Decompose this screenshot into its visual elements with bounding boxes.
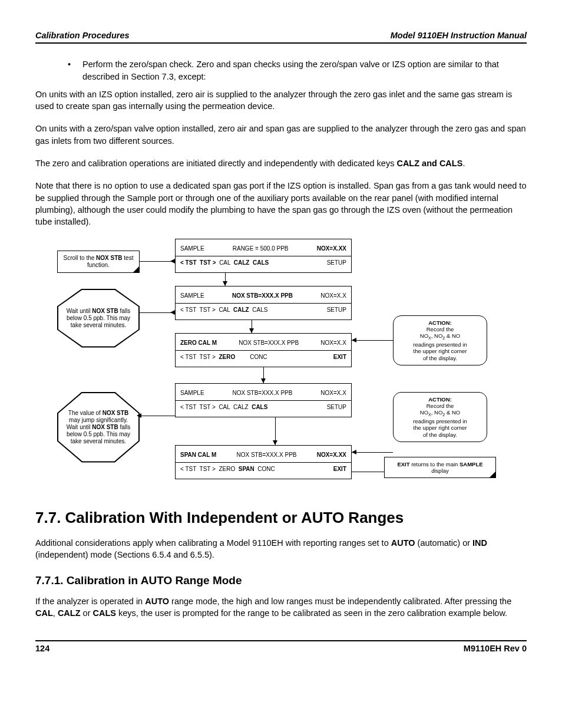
flow-wait-octagon-2: The value of NOX STB may jump significan…: [57, 392, 140, 463]
flow-action-box-2: ACTION: Record theNOX, NO2 & NOreadings …: [393, 392, 487, 442]
paragraph: Additional considerations apply when cal…: [35, 537, 527, 561]
paragraph: If the analyzer is operated in AUTO rang…: [35, 595, 527, 620]
flow-exit-note: EXIT returns to the main SAMPLE display: [384, 457, 496, 479]
header-right: Model 9110EH Instruction Manual: [391, 29, 527, 41]
header-left: Calibration Procedures: [35, 29, 130, 41]
doc-revision: M9110EH Rev 0: [464, 643, 527, 654]
section-heading-771: 7.7.1. Calibration in AUTO Range Mode: [35, 573, 527, 589]
flow-screen-5: SPAN CAL M NOX STB=XXX.X PPB NOX=X.XX < …: [175, 445, 352, 479]
paragraph: On units with an IZS option installed, z…: [35, 88, 527, 113]
bullet-dot: •: [68, 58, 82, 83]
flow-action-box-1: ACTION: Record theNOX, NO2 & NOreadings …: [393, 315, 487, 365]
page-number: 124: [35, 643, 49, 654]
calibration-flowchart: Scroll to the NOX STB test function. Wai…: [57, 239, 505, 486]
flow-screen-4: SAMPLE NOX STB=XXX.X PPB NOX=X.X < TST T…: [175, 383, 352, 417]
section-heading-77: 7.7. Calibration With Independent or AUT…: [35, 507, 527, 528]
paragraph: Note that there is no option to use a de…: [35, 180, 527, 228]
flow-screen-1: SAMPLE RANGE = 500.0 PPB NOX=X.XX < TST …: [175, 239, 352, 273]
page-header: Calibration Procedures Model 9110EH Inst…: [35, 29, 527, 44]
bullet-item: • Perform the zero/span check. Zero and …: [68, 58, 527, 83]
paragraph: On units with a zero/span valve option i…: [35, 123, 527, 147]
page-footer: 124 M9110EH Rev 0: [35, 640, 527, 654]
flow-wait-octagon-1: Wait until NOX STB falls below 0.5 ppb. …: [57, 289, 140, 348]
flow-note-scroll: Scroll to the NOX STB test function.: [57, 251, 140, 273]
flow-screen-3: ZERO CAL M NOX STB=XXX.X PPB NOX=X.X < T…: [175, 333, 352, 367]
paragraph: The zero and calibration operations are …: [35, 157, 527, 169]
flow-screen-2: SAMPLE NOX STB=XXX.X PPB NOX=X.X < TST T…: [175, 286, 352, 320]
bullet-text: Perform the zero/span check. Zero and sp…: [82, 58, 527, 83]
